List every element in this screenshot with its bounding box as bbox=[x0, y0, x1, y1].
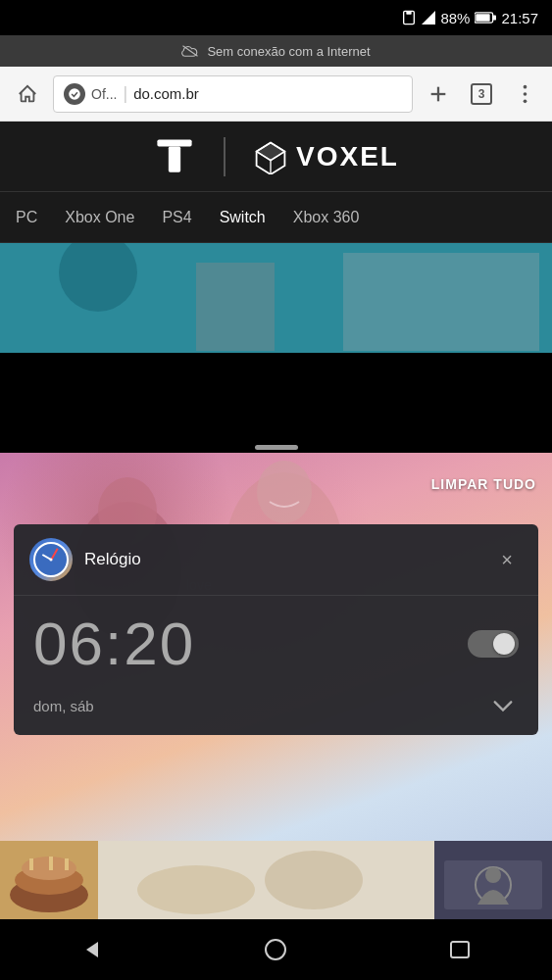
svg-rect-4 bbox=[477, 14, 490, 22]
voxel-cube-icon bbox=[253, 139, 288, 174]
svg-point-38 bbox=[485, 867, 501, 883]
svg-point-34 bbox=[265, 851, 363, 909]
voxel-header: VOXEL bbox=[0, 122, 552, 192]
no-connection-text: Sem conexão com a Internet bbox=[207, 44, 370, 59]
svg-rect-13 bbox=[157, 139, 191, 146]
plus-icon bbox=[427, 83, 449, 105]
alarm-toggle[interactable] bbox=[468, 630, 519, 658]
recents-icon bbox=[448, 940, 472, 959]
tabs-count-badge: 3 bbox=[471, 83, 492, 105]
svg-point-11 bbox=[523, 92, 527, 96]
alarm-time-display: 06:20 bbox=[33, 613, 195, 674]
svg-point-40 bbox=[266, 940, 285, 959]
svg-rect-31 bbox=[65, 858, 69, 870]
battery-text: 88% bbox=[440, 10, 470, 26]
drag-handle[interactable] bbox=[255, 445, 298, 450]
website-image-strip bbox=[0, 243, 552, 353]
status-bar: 88% 21:57 bbox=[0, 0, 552, 35]
url-main-text: do.com.br bbox=[133, 85, 199, 102]
svg-point-33 bbox=[137, 865, 255, 914]
alarm-close-button[interactable]: × bbox=[491, 544, 523, 575]
recents-button[interactable] bbox=[430, 928, 489, 971]
thumbnail-2 bbox=[98, 841, 434, 919]
thumbnail-3 bbox=[434, 841, 552, 919]
svg-marker-2 bbox=[422, 11, 435, 24]
svg-marker-39 bbox=[86, 942, 98, 957]
alarm-card-header: Relógio × bbox=[14, 524, 538, 596]
home-icon bbox=[17, 83, 38, 105]
time-text: 21:57 bbox=[501, 10, 538, 26]
clock-face bbox=[33, 542, 69, 577]
svg-rect-29 bbox=[29, 858, 33, 870]
no-connection-bar: Sem conexão com a Internet bbox=[0, 35, 552, 67]
checkmark-icon bbox=[68, 87, 81, 101]
url-bar[interactable]: Of... | do.com.br bbox=[53, 75, 413, 113]
url-divider: | bbox=[123, 83, 127, 104]
nav-pc[interactable]: PC bbox=[16, 209, 37, 226]
nav-ps4[interactable]: PS4 bbox=[162, 209, 191, 226]
alarm-days-row: dom, sáb bbox=[33, 690, 519, 721]
clear-all-button[interactable]: LIMPAR TUDO bbox=[431, 476, 536, 492]
alarm-app-name: Relógio bbox=[84, 550, 479, 569]
thumbnail-2-image bbox=[98, 841, 434, 919]
left-logo-icon bbox=[153, 135, 196, 178]
back-button[interactable] bbox=[63, 928, 122, 971]
svg-rect-14 bbox=[169, 146, 180, 172]
svg-rect-5 bbox=[493, 15, 496, 20]
tabs-button[interactable]: 3 bbox=[464, 76, 499, 112]
website-content: VOXEL PC Xbox One PS4 Switch Xbox 360 bbox=[0, 122, 552, 353]
voxel-logo-left bbox=[153, 135, 196, 178]
alarm-app-icon bbox=[29, 538, 73, 581]
thumbnail-1 bbox=[0, 841, 98, 919]
voxel-nav: PC Xbox One PS4 Switch Xbox 360 bbox=[0, 192, 552, 243]
chevron-down-icon bbox=[492, 699, 514, 712]
svg-point-23 bbox=[257, 461, 312, 523]
svg-marker-16 bbox=[257, 142, 285, 160]
navigation-bar bbox=[0, 919, 552, 980]
alarm-card: Relógio × 06:20 dom, sáb bbox=[14, 524, 538, 735]
alarm-time-row: 06:20 bbox=[33, 613, 519, 674]
logo-divider bbox=[224, 137, 226, 176]
alarm-days-text: dom, sáb bbox=[33, 698, 94, 714]
bottom-thumbnails bbox=[0, 841, 552, 919]
svg-point-12 bbox=[523, 99, 527, 103]
new-tab-button[interactable] bbox=[421, 76, 456, 112]
thumbnail-3-image bbox=[434, 841, 552, 919]
voxel-brand-name: VOXEL bbox=[296, 141, 399, 172]
nav-xbox-360[interactable]: Xbox 360 bbox=[293, 209, 360, 226]
alarm-expand-button[interactable] bbox=[487, 690, 519, 721]
no-connection-icon bbox=[181, 44, 199, 58]
url-short-text: Of... bbox=[91, 86, 117, 102]
svg-rect-1 bbox=[407, 11, 412, 14]
nav-switch[interactable]: Switch bbox=[220, 209, 266, 226]
home-button[interactable] bbox=[10, 76, 45, 112]
home-nav-icon bbox=[264, 938, 287, 961]
svg-rect-30 bbox=[49, 857, 53, 870]
svg-point-10 bbox=[523, 84, 527, 88]
signal-icon bbox=[422, 10, 435, 25]
thumbnail-1-image bbox=[0, 841, 98, 919]
clock-center-dot bbox=[50, 559, 53, 562]
svg-rect-41 bbox=[451, 942, 469, 957]
sim-icon bbox=[401, 10, 417, 25]
home-nav-button[interactable] bbox=[246, 928, 305, 971]
status-icons: 88% 21:57 bbox=[401, 10, 538, 26]
nav-xbox-one[interactable]: Xbox One bbox=[65, 209, 134, 226]
voxel-logo-right: VOXEL bbox=[253, 139, 399, 174]
browser-bar: Of... | do.com.br 3 bbox=[0, 67, 552, 122]
secure-icon bbox=[64, 83, 85, 105]
browser-menu-button[interactable] bbox=[507, 76, 542, 112]
battery-icon bbox=[475, 11, 496, 24]
back-icon bbox=[80, 938, 104, 961]
hero-image bbox=[0, 243, 552, 353]
svg-point-7 bbox=[69, 88, 80, 100]
alarm-card-body: 06:20 dom, sáb bbox=[14, 596, 538, 735]
more-vert-icon bbox=[523, 83, 527, 105]
alarm-toggle-knob bbox=[493, 633, 515, 655]
